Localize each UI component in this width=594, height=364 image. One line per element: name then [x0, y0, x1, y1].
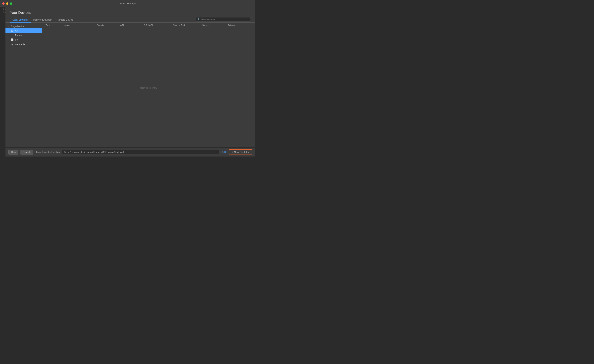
- line-number-1: 1: [0, 7, 5, 11]
- tv-icon: ⬜: [11, 39, 14, 41]
- panel-title: Your Devices: [10, 11, 251, 15]
- all-devices-icon: ⊞: [11, 29, 14, 32]
- wearable-icon: ◷: [11, 43, 14, 46]
- sidebar-section-single-device: ▼ Single Device: [6, 24, 42, 28]
- col-header-status: Status: [201, 23, 226, 28]
- new-emulator-button[interactable]: + New Emulator: [229, 149, 252, 155]
- maximize-button[interactable]: [10, 2, 12, 5]
- sidebar-item-tv-label: TV: [15, 39, 18, 41]
- col-header-size: Size on Disk: [172, 23, 201, 28]
- sidebar-section-label-text: Single Device: [11, 25, 24, 28]
- sidebar: ▼ Single Device ⊞ All ▭ Phone ⬜ TV ◷ Wea…: [6, 23, 42, 147]
- filter-wrapper: 🔍: [196, 17, 251, 22]
- col-header-api: API: [119, 23, 142, 28]
- chevron-down-icon: ▼: [8, 26, 10, 27]
- edit-button[interactable]: Edit: [221, 150, 227, 154]
- col-header-cpu: CPU/ABI: [142, 23, 172, 28]
- empty-state-text: Nothing to show: [140, 86, 157, 89]
- phone-icon: ▭: [11, 34, 14, 37]
- filter-input[interactable]: [196, 17, 251, 22]
- sidebar-item-tv[interactable]: ⬜ TV: [6, 38, 42, 42]
- footer: Help Refresh Local Emulator Location: Ed…: [6, 147, 255, 156]
- panel-header: Your Devices: [6, 7, 255, 17]
- table-area: Type Name Density API CPU/ABI Size on Di…: [42, 23, 255, 147]
- device-manager-panel: Your Devices Local Emulator Remote Emula…: [6, 7, 255, 156]
- table-header: Type Name Density API CPU/ABI Size on Di…: [42, 23, 255, 28]
- col-header-type: Type: [44, 23, 62, 28]
- window-title: Device Manager: [119, 2, 136, 5]
- sidebar-item-phone-label: Phone: [15, 34, 22, 37]
- minimize-button[interactable]: [6, 2, 8, 5]
- main-content: ▼ Single Device ⊞ All ▭ Phone ⬜ TV ◷ Wea…: [6, 23, 255, 147]
- close-button[interactable]: [2, 2, 5, 5]
- location-input[interactable]: [62, 150, 219, 154]
- tab-remote-device[interactable]: Remote Device: [54, 17, 76, 23]
- tab-local-emulator[interactable]: Local Emulator: [10, 17, 31, 23]
- sidebar-item-all-label: All: [15, 29, 18, 32]
- sidebar-item-all[interactable]: ⊞ All: [6, 28, 42, 33]
- sidebar-item-wearable[interactable]: ◷ Wearable: [6, 42, 42, 47]
- col-header-density: Density: [95, 23, 119, 28]
- refresh-button[interactable]: Refresh: [20, 150, 33, 155]
- location-label: Local Emulator Location:: [36, 151, 60, 153]
- sidebar-item-phone[interactable]: ▭ Phone: [6, 33, 42, 38]
- tab-remote-emulator[interactable]: Remote Emulator: [31, 17, 54, 23]
- table-empty-state: Nothing to show: [42, 28, 255, 147]
- col-header-actions: Actions: [226, 23, 248, 28]
- titlebar: Device Manager: [0, 0, 255, 7]
- tab-bar: Local Emulator Remote Emulator Remote De…: [6, 17, 255, 23]
- window-controls: [2, 2, 12, 5]
- sidebar-item-wearable-label: Wearable: [15, 43, 25, 46]
- search-icon: 🔍: [197, 18, 200, 20]
- col-header-name: Name: [62, 23, 95, 28]
- help-button[interactable]: Help: [8, 150, 18, 155]
- line-number-2: 2: [0, 11, 5, 14]
